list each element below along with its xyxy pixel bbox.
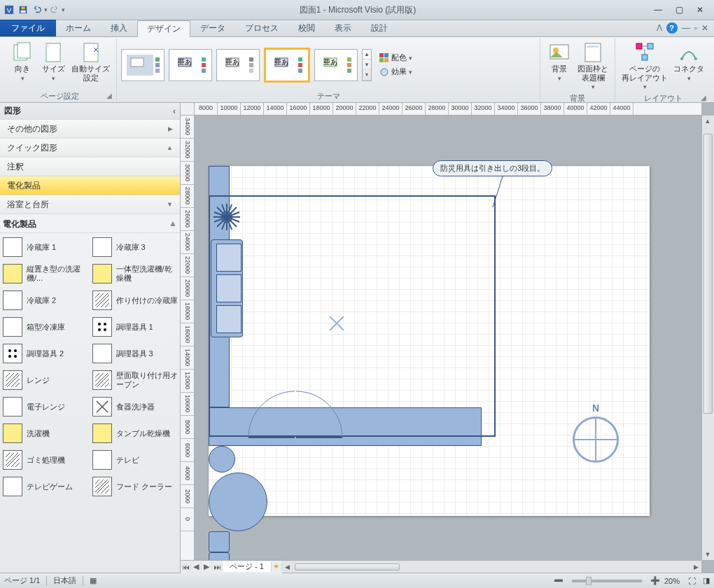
stencil-item[interactable]: 箱型冷凍庫 [1, 314, 90, 340]
dialog-launcher-icon[interactable]: ◢ [106, 92, 112, 99]
electronics-row[interactable]: 電化製品 [0, 176, 180, 195]
stencil-label: 壁面取り付け用オーブン [116, 371, 179, 388]
quick-shapes-row[interactable]: クイック図形▲ [0, 139, 180, 158]
zoom-slider[interactable] [572, 580, 642, 582]
page-next-icon[interactable]: ▶ [202, 562, 212, 571]
close-icon[interactable]: ✕ [692, 4, 708, 15]
svg-point-37 [104, 323, 106, 326]
scroll-up-icon[interactable]: ▲ [167, 144, 173, 151]
dialog-launcher-icon[interactable]: ◢ [701, 94, 706, 102]
drawing-page[interactable]: 防災用具は引き出しの3段目。 [209, 166, 650, 516]
macro-icon[interactable]: ▦ [90, 576, 97, 585]
page-last-icon[interactable]: ⏭ [212, 563, 223, 571]
stencil-section-title: 電化製品 [3, 219, 36, 229]
tab-data[interactable]: データ [190, 20, 235, 36]
app-icon[interactable]: V [3, 4, 15, 16]
stencil-item[interactable]: 調理器具 3 [91, 341, 179, 366]
undo-dropdown[interactable]: ▾ [44, 6, 48, 13]
more-shapes-row[interactable]: その他の図形▶ [0, 120, 180, 139]
undo-icon[interactable] [31, 4, 43, 16]
stencil-item[interactable]: テレビゲーム [1, 474, 90, 499]
stencil-label: 冷蔵庫 1 [27, 243, 56, 252]
stencil-item[interactable]: 一体型洗濯機/乾燥機 [91, 261, 179, 286]
viewport[interactable]: 防災用具は引き出しの3段目。 [195, 115, 701, 560]
group-layout: ページの 再レイアウト▾ コネクタ▾ レイアウト◢ [615, 38, 710, 102]
stencil-area: 冷蔵庫 1冷蔵庫 3縦置き型の洗濯機/...一体型洗濯機/乾燥機冷蔵庫 2作り付… [0, 233, 180, 573]
hscroll-left-icon[interactable]: ◀ [282, 561, 293, 573]
effects-button[interactable]: 効果 ▾ [377, 65, 414, 79]
maximize-icon[interactable]: ▢ [671, 4, 687, 15]
tab-plan[interactable]: 設計 [361, 20, 398, 36]
stencil-item[interactable]: レンジ [1, 368, 90, 393]
bath-kitchen-row[interactable]: 浴室と台所▼ [0, 195, 180, 214]
stencil-item[interactable]: 食器洗浄器 [91, 394, 179, 419]
background-button[interactable]: 背景▾ [545, 38, 574, 84]
hscroll-right-icon[interactable]: ▶ [690, 561, 701, 573]
orientation-button[interactable]: 向き▾ [8, 38, 37, 84]
stencil-item[interactable]: 電子レンジ [1, 394, 90, 419]
fullscreen-icon[interactable]: ◨ [703, 576, 710, 585]
stencil-item[interactable]: フード クーラー [91, 474, 179, 499]
frame-button[interactable]: 図面枠と 表題欄▾ [575, 38, 610, 93]
theme-selected[interactable]: 亜あ [264, 48, 310, 83]
redo-icon[interactable] [48, 4, 61, 16]
tab-review[interactable]: 校閲 [288, 20, 325, 36]
stencil-scroll-up-icon[interactable]: ▲ [169, 218, 177, 228]
stencil-item[interactable]: 調理器具 1 [91, 314, 179, 340]
tab-view[interactable]: 表示 [325, 20, 361, 36]
tab-file[interactable]: ファイル [0, 20, 56, 36]
svg-rect-31 [636, 43, 642, 49]
ruler-corner [181, 103, 195, 115]
insert-page-icon[interactable]: ✦ [272, 562, 282, 571]
scroll-down-icon[interactable]: ▼ [167, 201, 173, 208]
stencil-item[interactable]: 洗濯機 [1, 421, 90, 446]
svg-point-28 [553, 48, 559, 53]
stencil-item[interactable]: 冷蔵庫 1 [1, 234, 90, 260]
mdi-minimize-icon[interactable]: — [682, 23, 690, 33]
mdi-close-icon[interactable]: ✕ [701, 23, 708, 33]
autosize-button[interactable]: 自動サイズ 設定 [69, 38, 112, 84]
stencil-item[interactable]: タンブル乾燥機 [91, 421, 179, 446]
stencil-item[interactable]: 調理器具 2 [1, 341, 90, 366]
tab-home[interactable]: ホーム [56, 20, 101, 36]
fit-page-icon[interactable]: ⛶ [688, 577, 696, 585]
callout[interactable]: 防災用具は引き出しの3段目。 [433, 160, 552, 176]
colors-button[interactable]: 配色 ▾ [377, 51, 414, 65]
zoom-in-icon[interactable]: ➕ [650, 576, 660, 585]
stencil-item[interactable]: 壁面取り付け用オーブン [91, 368, 179, 393]
tab-design[interactable]: デザイン [137, 20, 190, 37]
theme-gallery-scroll[interactable]: ▲▼▾ [362, 49, 372, 81]
tab-insert[interactable]: 挿入 [101, 20, 137, 36]
stencil-item[interactable]: テレビ [91, 447, 179, 472]
panel-collapse-icon[interactable]: ‹ [173, 106, 176, 116]
svg-point-36 [98, 323, 101, 326]
vertical-scrollbar[interactable]: ▲▼ [701, 115, 714, 560]
relayout-button[interactable]: ページの 再レイアウト▾ [620, 38, 670, 93]
svg-rect-32 [648, 43, 653, 49]
save-icon[interactable] [17, 4, 29, 16]
group-background: 背景▾ 図面枠と 表題欄▾ 背景 [540, 38, 615, 102]
mdi-restore-icon[interactable]: ▫ [694, 23, 697, 33]
minimize-icon[interactable]: — [650, 4, 666, 15]
annotations-row[interactable]: 注釈 [0, 158, 180, 176]
connectors-button[interactable]: コネクタ▾ [671, 38, 706, 84]
theme-gallery[interactable]: 亜あ 亜あ 亜あ 亜あ ▲▼▾ [121, 48, 372, 83]
ribbon-min-icon[interactable]: ᐱ [657, 23, 662, 33]
compass-icon[interactable] [573, 416, 619, 463]
help-icon[interactable]: ? [666, 22, 678, 34]
stencil-item[interactable]: 冷蔵庫 3 [91, 234, 179, 260]
stencil-item[interactable]: 作り付けの冷蔵庫 [91, 288, 179, 313]
page-prev-icon[interactable]: ◀ [191, 562, 202, 571]
stencil-item[interactable]: 縦置き型の洗濯機/... [1, 261, 90, 286]
size-button[interactable]: サイズ▾ [38, 38, 68, 84]
page-tab[interactable]: ページ - 1 [223, 561, 272, 572]
svg-rect-25 [384, 58, 388, 62]
zoom-out-icon[interactable]: ➖ [554, 576, 564, 585]
title-bar: V ▾ ▾ 図面1 - Microsoft Visio (試用版) — ▢ ✕ [0, 0, 714, 20]
page-first-icon[interactable]: ⏮ [181, 563, 191, 571]
stencil-item[interactable]: ゴミ処理機 [1, 447, 90, 472]
hscroll-thumb[interactable] [295, 564, 400, 570]
tab-process[interactable]: プロセス [235, 20, 288, 36]
stencil-item[interactable]: 冷蔵庫 2 [1, 288, 90, 313]
stencil-icon [92, 370, 112, 390]
